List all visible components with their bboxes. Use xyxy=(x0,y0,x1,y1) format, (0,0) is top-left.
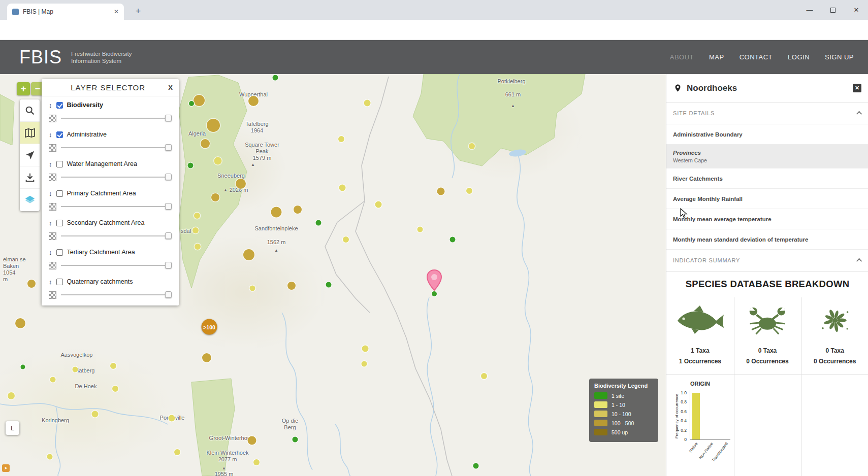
opacity-checker-icon[interactable] xyxy=(49,262,56,269)
layer-checkbox[interactable] xyxy=(56,131,63,138)
selected-site-marker[interactable] xyxy=(427,269,442,291)
site-cluster-badge[interactable]: >100 xyxy=(202,319,217,335)
drag-handle-icon[interactable] xyxy=(49,159,52,168)
opacity-slider-knob[interactable] xyxy=(165,203,172,210)
close-panel-icon[interactable]: ✕ xyxy=(853,84,861,92)
biodiversity-site-dot[interactable] xyxy=(271,207,282,218)
zoom-in-button[interactable]: + xyxy=(17,82,30,95)
biodiversity-site-dot[interactable] xyxy=(194,213,200,219)
biodiversity-site-dot[interactable] xyxy=(27,280,36,288)
biodiversity-site-dot[interactable] xyxy=(294,206,302,214)
biodiversity-site-dot[interactable] xyxy=(214,157,222,165)
biodiversity-site-dot[interactable] xyxy=(112,386,118,392)
drag-handle-icon[interactable] xyxy=(49,248,52,257)
biodiversity-site-dot[interactable] xyxy=(189,101,194,106)
biodiversity-site-dot[interactable] xyxy=(338,136,344,142)
fbis-logo[interactable]: FBIS xyxy=(19,47,62,68)
biodiversity-site-dot[interactable] xyxy=(432,291,437,296)
site-detail-row[interactable]: Average Monthly Rainfall xyxy=(666,189,868,209)
layer-checkbox[interactable] xyxy=(56,190,63,197)
opacity-checker-icon[interactable] xyxy=(49,115,56,122)
biodiversity-site-dot[interactable] xyxy=(466,188,472,194)
biodiversity-site-dot[interactable] xyxy=(287,282,296,290)
biodiversity-site-dot[interactable] xyxy=(248,436,256,445)
opacity-slider-knob[interactable] xyxy=(165,291,172,298)
drag-handle-icon[interactable] xyxy=(49,189,52,198)
drag-handle-icon[interactable] xyxy=(49,277,52,286)
biodiversity-site-dot[interactable] xyxy=(250,286,255,291)
biodiversity-site-dot[interactable] xyxy=(316,220,322,226)
biodiversity-site-dot[interactable] xyxy=(273,75,278,81)
layer-selector-close-icon[interactable]: X xyxy=(168,84,173,91)
biodiversity-site-dot[interactable] xyxy=(201,139,210,148)
layer-checkbox[interactable] xyxy=(56,161,63,167)
map-icon[interactable] xyxy=(20,122,40,144)
l-control-button[interactable]: L xyxy=(6,421,19,435)
indicator-summary-section-header[interactable]: INDICATOR SUMMARY xyxy=(666,250,868,271)
window-close-icon[interactable]: ✕ xyxy=(845,0,868,20)
nav-item-contact[interactable]: CONTACT xyxy=(740,53,773,61)
biodiversity-site-dot[interactable] xyxy=(339,185,346,191)
biodiversity-site-dot[interactable] xyxy=(15,318,25,328)
locate-icon[interactable] xyxy=(20,144,40,166)
tab-close-icon[interactable]: ✕ xyxy=(114,8,119,15)
biodiversity-site-dot[interactable] xyxy=(202,353,211,362)
biodiversity-site-dot[interactable] xyxy=(110,363,116,369)
browser-tab[interactable]: FBIS | Map ✕ xyxy=(7,4,124,20)
opacity-slider-knob[interactable] xyxy=(165,174,172,180)
biodiversity-site-dot[interactable] xyxy=(207,119,220,132)
site-detail-row[interactable]: Monthly mean average temperature xyxy=(666,209,868,229)
biodiversity-site-dot[interactable] xyxy=(326,282,332,288)
layer-checkbox[interactable] xyxy=(56,220,63,226)
opacity-checker-icon[interactable] xyxy=(49,291,56,299)
minimize-icon[interactable]: — xyxy=(798,0,821,20)
biodiversity-site-dot[interactable] xyxy=(174,449,180,455)
nav-item-about[interactable]: ABOUT xyxy=(670,53,694,61)
new-tab-button[interactable]: + xyxy=(131,4,145,18)
layers-icon[interactable] xyxy=(20,189,40,211)
opacity-slider[interactable] xyxy=(61,235,172,236)
biodiversity-site-dot[interactable] xyxy=(248,96,259,106)
opacity-checker-icon[interactable] xyxy=(49,174,56,181)
biodiversity-site-dot[interactable] xyxy=(21,365,25,369)
search-icon[interactable] xyxy=(20,99,40,122)
opacity-slider-knob[interactable] xyxy=(165,115,172,121)
biodiversity-site-dot[interactable] xyxy=(169,415,175,422)
layer-checkbox[interactable] xyxy=(56,102,63,109)
drag-handle-icon[interactable] xyxy=(49,130,52,139)
site-detail-row[interactable]: Monthly mean standard deviation of tempe… xyxy=(666,229,868,250)
site-detail-row[interactable]: Administrative Boundary xyxy=(666,124,868,145)
biodiversity-site-dot[interactable] xyxy=(253,459,260,465)
opacity-slider[interactable] xyxy=(61,118,172,119)
biodiversity-site-dot[interactable] xyxy=(343,236,349,243)
biodiversity-site-dot[interactable] xyxy=(481,373,487,379)
opacity-slider[interactable] xyxy=(61,147,172,148)
opacity-checker-icon[interactable] xyxy=(49,144,56,152)
biodiversity-site-dot[interactable] xyxy=(450,237,456,243)
map-corner-control-icon[interactable]: ➤ xyxy=(2,464,10,472)
biodiversity-site-dot[interactable] xyxy=(243,249,254,260)
biodiversity-site-dot[interactable] xyxy=(362,346,369,352)
opacity-slider[interactable] xyxy=(61,177,172,178)
drag-handle-icon[interactable] xyxy=(49,100,52,110)
opacity-slider-knob[interactable] xyxy=(165,232,172,239)
nav-item-sign-up[interactable]: SIGN UP xyxy=(825,53,854,61)
layer-checkbox[interactable] xyxy=(56,249,63,256)
biodiversity-site-dot[interactable] xyxy=(473,463,479,469)
biodiversity-site-dot[interactable] xyxy=(73,367,78,372)
opacity-checker-icon[interactable] xyxy=(49,203,56,211)
site-detail-row[interactable]: River Catchments xyxy=(666,168,868,189)
biodiversity-site-dot[interactable] xyxy=(437,188,445,195)
opacity-slider[interactable] xyxy=(61,206,172,207)
layer-checkbox[interactable] xyxy=(56,279,63,285)
biodiversity-site-dot[interactable] xyxy=(8,392,15,399)
opacity-slider[interactable] xyxy=(61,294,172,295)
biodiversity-site-dot[interactable] xyxy=(211,193,219,201)
opacity-slider-knob[interactable] xyxy=(165,262,172,268)
biodiversity-site-dot[interactable] xyxy=(417,227,423,232)
site-details-section-header[interactable]: SITE DETAILS xyxy=(666,103,868,124)
biodiversity-site-dot[interactable] xyxy=(364,100,371,107)
nav-item-login[interactable]: LOGIN xyxy=(788,53,810,61)
biodiversity-site-dot[interactable] xyxy=(188,163,194,168)
biodiversity-site-dot[interactable] xyxy=(195,244,201,250)
